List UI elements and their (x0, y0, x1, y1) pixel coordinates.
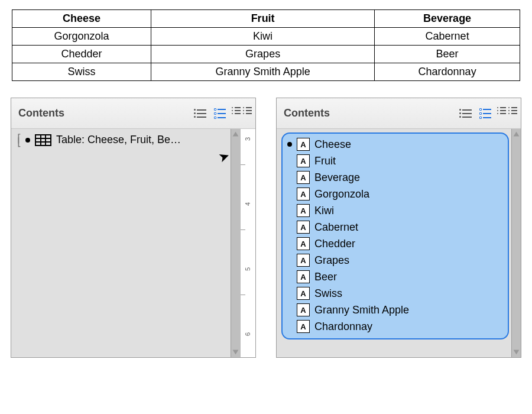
table-row: Chedder Grapes Beer (12, 46, 520, 63)
col-header-fruit: Fruit (151, 10, 375, 28)
outline-view-icon[interactable] (479, 107, 495, 120)
outline-item[interactable]: A Cheese (286, 136, 504, 153)
outline-item-label: Beverage (314, 172, 360, 184)
drag-handle-icon[interactable]: ⌈⌊ (17, 137, 21, 144)
panel-title: Contents (284, 107, 330, 119)
text-cell-icon: A (297, 270, 310, 283)
bullet-icon (287, 142, 292, 147)
scroll-down-icon[interactable] (232, 348, 240, 356)
text-cell-icon: A (297, 254, 310, 267)
scroll-up-icon[interactable] (232, 130, 240, 138)
table-row: Gorgonzola Kiwi Cabernet (12, 28, 520, 46)
text-cell-icon: A (297, 237, 310, 250)
outline-item[interactable]: A Beverage (286, 169, 504, 186)
table-header-row: Cheese Fruit Beverage (12, 10, 520, 28)
table-icon (35, 134, 51, 146)
outline-item[interactable]: A Chedder (286, 235, 504, 252)
outline-item[interactable]: A Grapes (286, 252, 504, 269)
col-header-cheese: Cheese (12, 10, 151, 28)
outline-item[interactable]: A Gorgonzola (286, 186, 504, 202)
panel-list: A Cheese A Fruit A Beverage A Gorgonzola (277, 129, 511, 357)
grid-view-icon[interactable] (499, 107, 515, 120)
cell: Gorgonzola (12, 28, 151, 46)
cell: Chardonnay (375, 63, 520, 81)
text-cell-icon: A (297, 287, 310, 300)
outline-item-label: Swiss (314, 287, 342, 300)
bullet-icon (25, 138, 30, 143)
col-header-beverage: Beverage (375, 10, 520, 28)
outline-item[interactable]: A Fruit (286, 153, 504, 169)
pairings-table: Cheese Fruit Beverage Gorgonzola Kiwi Ca… (12, 9, 520, 81)
scroll-down-icon[interactable] (512, 348, 521, 356)
contents-panel-collapsed: Contents (11, 98, 256, 358)
vertical-scrollbar[interactable] (231, 129, 240, 357)
cursor-icon: ➤ (216, 148, 231, 166)
outline-item-label: Granny Smith Apple (314, 304, 409, 316)
cell: Kiwi (151, 28, 375, 46)
contents-panel-expanded: Contents (276, 98, 521, 358)
outline-item[interactable]: A Beer (286, 269, 504, 285)
text-cell-icon: A (297, 221, 310, 234)
outline-item-table[interactable]: ⌈⌊ Table: Cheese, Fruit, Be… (16, 132, 228, 147)
cell: Beer (375, 46, 520, 63)
text-cell-icon: A (297, 320, 310, 333)
outline-item-label: Kiwi (314, 205, 334, 217)
outline-item-label: Grapes (314, 254, 349, 267)
outline-item[interactable]: A Chardonnay (286, 318, 504, 335)
panel-title: Contents (18, 107, 64, 119)
vertical-ruler: 3 4 5 6 (240, 129, 255, 357)
outline-item-label: Gorgonzola (314, 188, 369, 200)
text-cell-icon: A (297, 138, 310, 151)
outline-item-label: Cabernet (314, 221, 358, 234)
outline-view-icon[interactable] (214, 107, 229, 120)
list-view-icon[interactable] (194, 107, 209, 120)
list-view-icon[interactable] (459, 107, 475, 120)
outline-item-label: Cheese (314, 138, 351, 151)
view-mode-switcher (194, 107, 249, 120)
panel-header: Contents (277, 98, 521, 129)
outline-item-label: Fruit (314, 155, 336, 167)
vertical-scrollbar[interactable] (511, 129, 521, 357)
outline-item-label: Beer (314, 271, 337, 283)
outline-item[interactable]: A Swiss (286, 285, 504, 302)
text-cell-icon: A (297, 303, 310, 316)
scroll-up-icon[interactable] (512, 130, 521, 138)
text-cell-icon: A (297, 204, 310, 217)
outline-item-label: Chardonnay (314, 321, 372, 333)
outline-item[interactable]: A Kiwi (286, 202, 504, 219)
selection-group[interactable]: A Cheese A Fruit A Beverage A Gorgonzola (281, 132, 509, 339)
cell: Chedder (12, 46, 151, 63)
panel-header: Contents (11, 98, 255, 129)
text-cell-icon: A (297, 171, 310, 184)
view-mode-switcher (459, 107, 515, 120)
cell: Grapes (151, 46, 375, 63)
table-row: Swiss Granny Smith Apple Chardonnay (12, 63, 520, 81)
text-cell-icon: A (297, 154, 310, 167)
outline-item[interactable]: A Cabernet (286, 219, 504, 235)
outline-item[interactable]: A Granny Smith Apple (286, 302, 504, 318)
cell: Swiss (12, 63, 151, 81)
outline-item-label: Chedder (314, 238, 355, 250)
cell: Cabernet (375, 28, 520, 46)
panel-list: ⌈⌊ Table: Cheese, Fruit, Be… ➤ (11, 129, 231, 357)
grid-view-icon[interactable] (234, 107, 249, 120)
cell: Granny Smith Apple (151, 63, 375, 81)
outline-item-label: Table: Cheese, Fruit, Be… (56, 134, 227, 146)
text-cell-icon: A (297, 187, 310, 200)
